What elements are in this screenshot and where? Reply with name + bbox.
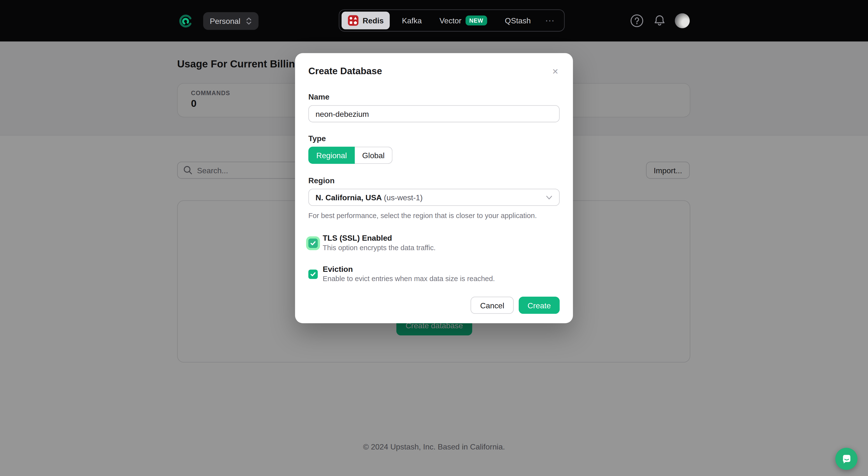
chat-bubble-icon [840,453,852,465]
database-name-input[interactable] [308,105,560,122]
tls-description: This option encrypts the data traffic. [323,244,436,252]
app-viewport: Personal [0,0,868,476]
type-option-global[interactable]: Global [355,147,393,164]
eviction-checkbox[interactable] [308,269,318,279]
tab-redis[interactable]: Redis [342,12,390,29]
modal-header: Create Database ✕ [308,66,560,77]
eviction-description: Enable to evict entries when max data si… [323,275,495,283]
tab-kafka[interactable]: Kafka [393,12,431,29]
check-icon [310,240,316,246]
more-products-button[interactable]: ⋯ [539,12,560,29]
modal-title: Create Database [308,66,382,77]
redis-icon [348,15,359,26]
check-icon [310,271,316,277]
create-button[interactable]: Create [519,297,560,314]
region-label: Region [308,177,560,184]
workspace-name: Personal [210,16,240,25]
help-icon [629,14,644,28]
tls-text: TLS (SSL) Enabled This option encrypts t… [323,234,436,252]
bell-icon [652,14,666,28]
tab-qstash-label: QStash [505,16,531,25]
eviction-row: Eviction Enable to evict entries when ma… [308,265,560,283]
type-label: Type [308,135,560,142]
navbar-left: Personal [178,0,259,41]
tab-qstash[interactable]: QStash [496,12,539,29]
eviction-label: Eviction [323,265,495,273]
tab-vector-label: Vector [440,16,462,25]
region-value: N. California, USA (us-west-1) [315,193,423,202]
chevron-down-icon [546,195,553,200]
ellipsis-icon: ⋯ [545,14,555,26]
close-icon[interactable]: ✕ [551,66,560,77]
chevron-updown-icon [246,16,252,25]
workspace-switcher[interactable]: Personal [203,12,258,30]
create-database-modal: Create Database ✕ Name Type Regional Glo… [295,53,573,323]
region-value-secondary: (us-west-1) [384,193,423,202]
region-value-primary: N. California, USA [315,193,382,202]
tls-checkbox[interactable] [308,238,318,248]
type-option-regional[interactable]: Regional [308,147,355,164]
name-label: Name [308,93,560,101]
tls-label: TLS (SSL) Enabled [323,234,436,242]
tab-kafka-label: Kafka [402,16,422,25]
help-button[interactable] [629,13,644,28]
new-badge: NEW [465,16,487,26]
navbar: Personal [0,0,868,41]
type-segmented-control: Regional Global [308,147,393,164]
notifications-button[interactable] [652,13,666,28]
tab-redis-label: Redis [363,16,384,25]
navbar-right [629,0,690,41]
chat-launcher-button[interactable] [835,448,858,470]
product-tabs: Redis Kafka Vector NEW QStash ⋯ [339,9,565,32]
tls-row: TLS (SSL) Enabled This option encrypts t… [308,234,560,252]
cancel-button[interactable]: Cancel [471,297,514,314]
region-helper-text: For best performance, select the region … [308,211,560,220]
avatar[interactable] [675,13,690,28]
eviction-text: Eviction Enable to evict entries when ma… [323,265,495,283]
upstash-logo-icon [178,13,193,28]
region-select[interactable]: N. California, USA (us-west-1) [308,189,560,206]
modal-actions: Cancel Create [308,297,560,314]
tab-vector[interactable]: Vector NEW [431,12,496,29]
